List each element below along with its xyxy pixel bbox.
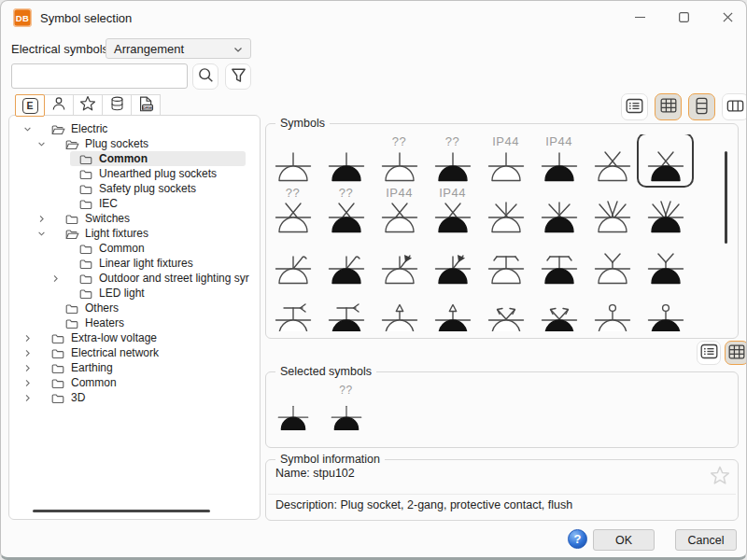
tree-item[interactable]: Light fixtures bbox=[9, 226, 260, 241]
symbol-1-gang-solid[interactable]: ?? bbox=[426, 134, 479, 186]
symbol-4-gang-solid[interactable] bbox=[639, 186, 692, 237]
tree-item[interactable]: 3D bbox=[9, 390, 260, 405]
symbol-1-gang-outline[interactable] bbox=[266, 134, 319, 186]
tree-item[interactable]: Unearthed plug sockets bbox=[9, 166, 260, 181]
symbol-2-gang-outline[interactable] bbox=[585, 134, 639, 186]
folder-closed-icon bbox=[79, 286, 95, 301]
tree-item-label: Unearthed plug sockets bbox=[99, 166, 217, 181]
chevron-down-icon[interactable] bbox=[23, 121, 40, 136]
selected-symbol-1-gang-solid[interactable]: ?? bbox=[319, 384, 373, 438]
symbol-2-gang-solid[interactable]: IP44 bbox=[426, 186, 479, 237]
favorite-star-icon[interactable] bbox=[710, 466, 730, 489]
tab-user-symbols[interactable] bbox=[44, 94, 74, 117]
list-view-button[interactable] bbox=[621, 93, 648, 120]
close-icon bbox=[723, 9, 733, 26]
symbol-tarrow-solid[interactable] bbox=[319, 288, 373, 331]
symbol-arrow-outline[interactable] bbox=[373, 288, 426, 331]
symbol-flag-solid[interactable] bbox=[426, 237, 479, 288]
symbol-tbar-outline[interactable] bbox=[479, 237, 532, 288]
symbol-2-gang-solid[interactable] bbox=[639, 134, 692, 186]
selected-symbols-group: Selected symbols ?? bbox=[265, 371, 739, 448]
tree-item[interactable]: Earthing bbox=[9, 360, 260, 375]
symbol-ybar-solid[interactable] bbox=[639, 237, 692, 288]
tree-item[interactable]: Electric bbox=[9, 121, 260, 136]
tree-item[interactable]: Others bbox=[9, 301, 260, 315]
symbol-flag-outline[interactable] bbox=[373, 237, 426, 288]
chevron-down-icon[interactable] bbox=[37, 226, 54, 241]
tab-drawings[interactable]: DRW bbox=[131, 94, 161, 117]
tree-item[interactable]: Extra-low voltage bbox=[9, 330, 260, 345]
search-button[interactable] bbox=[192, 63, 218, 90]
grid-view-button[interactable] bbox=[725, 341, 747, 365]
tab-favorites[interactable] bbox=[73, 94, 103, 117]
tree-item-label: Switches bbox=[85, 211, 130, 226]
folder-closed-icon bbox=[79, 271, 95, 286]
ok-button[interactable]: OK bbox=[593, 529, 655, 551]
symbol-2-gang-outline[interactable]: ?? bbox=[266, 186, 319, 237]
chevron-right-icon[interactable] bbox=[23, 390, 40, 405]
tree-item[interactable]: Electrical network bbox=[9, 345, 260, 360]
symbol-pole-outline[interactable] bbox=[585, 288, 639, 331]
symbols-grid-row bbox=[266, 237, 738, 288]
maximize-button[interactable] bbox=[662, 1, 705, 35]
tab-bar: EDRW bbox=[16, 94, 161, 117]
symbol-3-gang-solid[interactable] bbox=[532, 186, 585, 237]
database-icon bbox=[109, 95, 125, 116]
close-button[interactable] bbox=[706, 1, 747, 35]
symbol-1-gang-outline[interactable]: ?? bbox=[373, 134, 426, 186]
tab-database[interactable] bbox=[102, 94, 132, 117]
symbols-vertical-scrollbar[interactable] bbox=[725, 151, 728, 244]
chevron-right-icon[interactable] bbox=[23, 375, 40, 390]
symbol-ybar-outline[interactable] bbox=[585, 237, 639, 288]
tab-electrical[interactable]: E bbox=[15, 94, 45, 117]
category-dropdown[interactable]: Arrangement bbox=[106, 38, 251, 59]
tree-item[interactable]: Linear light fixtures bbox=[9, 256, 260, 271]
symbol-double-arrow-solid[interactable] bbox=[532, 288, 585, 331]
symbol-double-arrow-outline[interactable] bbox=[479, 288, 532, 331]
symbol-1-gang-outline[interactable]: IP44 bbox=[479, 134, 532, 186]
search-input[interactable] bbox=[11, 63, 188, 89]
chevron-right-icon[interactable] bbox=[51, 271, 68, 286]
tree-item-label: Extra-low voltage bbox=[71, 330, 157, 345]
symbol-switched-solid[interactable] bbox=[319, 237, 373, 288]
tree-item[interactable]: Common bbox=[9, 375, 260, 390]
minimize-button[interactable] bbox=[618, 1, 661, 35]
tree-item[interactable]: Common bbox=[9, 151, 260, 166]
grid-view-button[interactable] bbox=[655, 93, 682, 120]
filter-button[interactable] bbox=[225, 63, 251, 90]
tree-item[interactable]: Plug sockets bbox=[9, 136, 260, 151]
help-button[interactable]: ? bbox=[568, 529, 587, 549]
tree-item[interactable]: LED light bbox=[9, 286, 260, 301]
tree-item[interactable]: Heaters bbox=[9, 315, 260, 330]
symbol-2-gang-outline[interactable]: IP44 bbox=[373, 186, 426, 237]
chevron-right-icon[interactable] bbox=[23, 345, 40, 360]
chevron-down-icon[interactable] bbox=[37, 136, 54, 151]
cancel-button[interactable]: Cancel bbox=[675, 529, 737, 551]
selected-symbol-1-gang-solid[interactable] bbox=[266, 384, 319, 438]
tree-horizontal-scrollbar[interactable] bbox=[33, 510, 210, 512]
symbol-arrow-solid[interactable] bbox=[426, 288, 479, 331]
chevron-right-icon[interactable] bbox=[37, 211, 54, 226]
symbol-3-gang-outline[interactable] bbox=[479, 186, 532, 237]
symbol-tarrow-outline[interactable] bbox=[266, 288, 319, 331]
tree-item[interactable]: Outdoor and street lighting syr bbox=[9, 271, 260, 286]
tree-item[interactable]: Safety plug sockets bbox=[9, 181, 260, 196]
chevron-right-icon[interactable] bbox=[23, 360, 40, 375]
list-view-button[interactable] bbox=[697, 341, 721, 365]
tree-item[interactable]: Switches bbox=[9, 211, 260, 226]
tree-item-label: Linear light fixtures bbox=[99, 256, 193, 271]
vertical-layout-button[interactable] bbox=[688, 93, 715, 120]
horizontal-layout-button[interactable] bbox=[722, 93, 747, 120]
tree-item[interactable]: Common bbox=[9, 241, 260, 256]
symbol-switched-outline[interactable] bbox=[266, 237, 319, 288]
symbol-tag-label: ?? bbox=[373, 134, 426, 148]
symbol-4-gang-outline[interactable] bbox=[585, 186, 639, 237]
symbol-1-gang-solid[interactable]: IP44 bbox=[532, 134, 585, 186]
symbol-2-gang-solid[interactable]: ?? bbox=[319, 186, 373, 237]
symbol-pole-solid[interactable] bbox=[639, 288, 692, 331]
chevron-right-icon[interactable] bbox=[23, 330, 40, 345]
symbol-tbar-solid[interactable] bbox=[532, 237, 585, 288]
horizontal-layout-icon bbox=[726, 100, 744, 115]
symbol-1-gang-solid[interactable] bbox=[319, 134, 373, 186]
tree-item[interactable]: IEC bbox=[9, 196, 260, 211]
